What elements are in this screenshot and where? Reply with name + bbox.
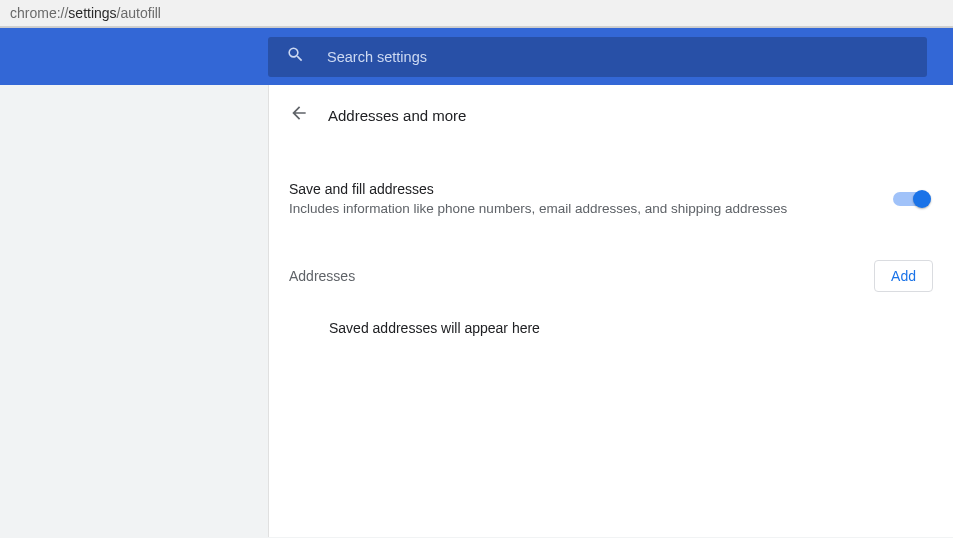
page-title: Addresses and more (328, 107, 466, 124)
search-input[interactable] (327, 49, 909, 65)
main-panel: Addresses and more Save and fill address… (268, 85, 953, 537)
page-header: Addresses and more (269, 85, 953, 135)
save-fill-text: Save and fill addresses Includes informa… (289, 181, 787, 216)
url-path: /autofill (117, 5, 161, 21)
back-arrow-icon[interactable] (289, 103, 309, 127)
url-host: settings (68, 5, 116, 21)
search-icon (286, 45, 305, 68)
search-container[interactable] (268, 37, 927, 77)
left-panel (0, 85, 268, 537)
toggle-knob (913, 190, 931, 208)
save-fill-row: Save and fill addresses Includes informa… (269, 165, 953, 216)
addresses-section-header: Addresses Add (269, 260, 953, 292)
add-button[interactable]: Add (874, 260, 933, 292)
content-row: Addresses and more Save and fill address… (0, 85, 953, 537)
url-bar[interactable]: chrome://settings/autofill (0, 0, 953, 27)
save-fill-subtitle: Includes information like phone numbers,… (289, 201, 787, 216)
save-fill-toggle[interactable] (893, 192, 927, 206)
header-bar (0, 27, 953, 85)
save-fill-title: Save and fill addresses (289, 181, 787, 197)
addresses-label: Addresses (289, 268, 355, 284)
url-prefix: chrome:// (10, 5, 68, 21)
addresses-empty-text: Saved addresses will appear here (269, 292, 953, 336)
